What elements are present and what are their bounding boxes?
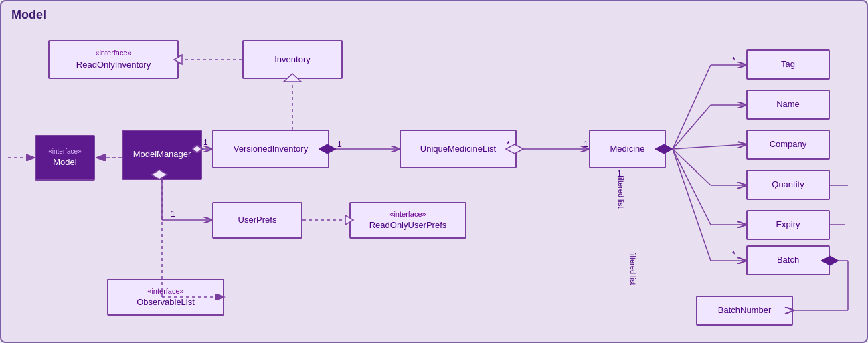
label-1-vi: 1 [337, 140, 342, 149]
label-1-mm-up: 1 [171, 209, 175, 219]
box-model-manager: ModelManager [122, 130, 202, 180]
box-name: Name [746, 90, 830, 120]
box-batch-number: BatchNumber [696, 296, 793, 326]
line-med-exp [673, 149, 711, 225]
box-observable-list: «interface» ObservableList [107, 279, 224, 316]
diagram-title: Model [11, 8, 46, 22]
box-company: Company [746, 130, 830, 160]
label-filtered-list: filtered list [629, 252, 637, 285]
label-star-tag: * [732, 55, 735, 65]
line-med-tag [673, 65, 711, 149]
box-user-prefs: UserPrefs [212, 202, 302, 239]
box-readonly-inventory: «interface» ReadOnlyInventory [48, 40, 179, 79]
box-tag: Tag [746, 49, 830, 80]
line-med-qty [673, 149, 711, 185]
line-med-batch [673, 149, 711, 261]
box-expiry: Expiry [746, 210, 830, 240]
box-unique-medicine-list: UniqueMedicineList [400, 130, 517, 168]
label-filtered-list-div: filtered list [617, 175, 625, 209]
label-1-mm-vi: 1 [203, 138, 208, 147]
line-med-company [673, 144, 746, 149]
label-1-med: 1 [584, 140, 588, 149]
box-inventory: Inventory [242, 40, 343, 79]
box-batch: Batch [746, 245, 830, 275]
box-readonly-user-prefs: «interface» ReadOnlyUserPrefs [349, 202, 466, 239]
label-star-batch: * [732, 249, 735, 259]
line-med-name [673, 105, 711, 149]
box-interface-model: «interface» Model [35, 135, 95, 181]
diagram-container: Model «interface» Model «interface» Read… [0, 0, 868, 343]
box-versioned-inventory: VersionedInventory [212, 130, 329, 168]
box-medicine: Medicine [589, 130, 666, 168]
box-quantity: Quantity [746, 170, 830, 200]
